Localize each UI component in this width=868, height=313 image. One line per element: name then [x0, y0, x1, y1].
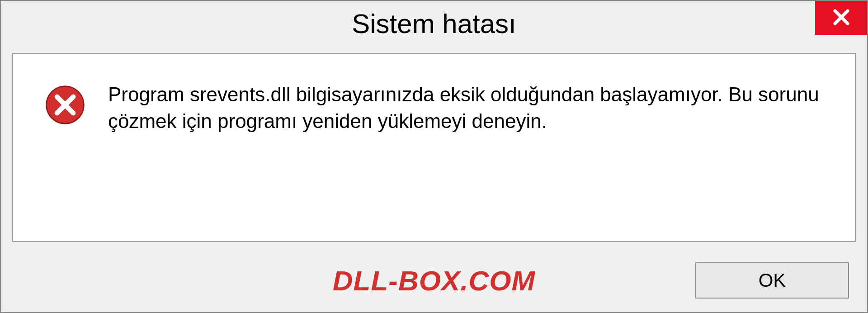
close-button[interactable] [815, 1, 867, 35]
error-icon [45, 85, 85, 127]
titlebar: Sistem hatası [1, 1, 867, 46]
ok-button[interactable]: OK [695, 262, 849, 299]
error-dialog: Sistem hatası Program srevents.dll bilgi… [0, 0, 868, 313]
dialog-footer: DLL-BOX.COM OK [1, 253, 867, 312]
close-icon [830, 6, 852, 30]
watermark-text: DLL-BOX.COM [333, 265, 535, 297]
error-message: Program srevents.dll bilgisayarınızda ek… [108, 81, 823, 135]
dialog-title: Sistem hatası [352, 8, 516, 39]
content-panel: Program srevents.dll bilgisayarınızda ek… [12, 53, 856, 242]
